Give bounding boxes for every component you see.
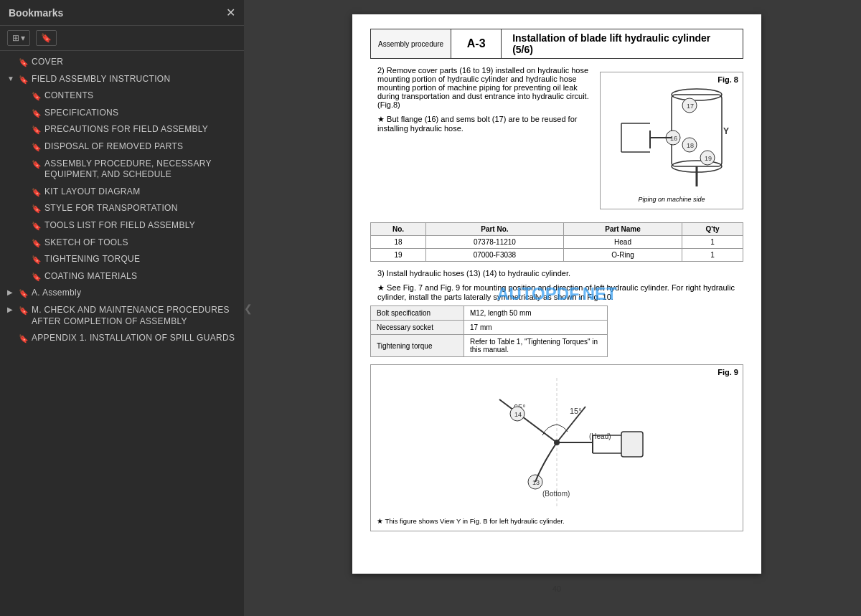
bookmark-item-coating[interactable]: 🔖 COATING MATERIALS <box>0 268 244 285</box>
bookmark-item-cover[interactable]: 🔖 COVER <box>0 54 244 71</box>
expand-placeholder <box>7 333 17 342</box>
dropdown-arrow-icon: ▾ <box>21 33 25 43</box>
bookmark-label-precautions: PRECAUTIONS FOR FIELD ASSEMBLY <box>44 124 238 136</box>
resize-handle[interactable]: ❮ <box>244 0 253 616</box>
page-badge: A-3 <box>451 29 502 58</box>
section-label: Assembly procedure <box>371 29 451 58</box>
table-row: 1807378-11210Head1 <box>371 236 743 249</box>
bookmark-add-button[interactable]: 🔖 <box>36 30 57 46</box>
expand-placeholder <box>20 108 30 117</box>
bookmark-label-appendix: APPENDIX 1. INSTALLATION OF SPILL GUARDS <box>32 333 238 344</box>
expand-placeholder <box>20 203 30 212</box>
bookmark-label-contents: CONTENTS <box>44 90 238 102</box>
bookmark-label-check-maintenance: M. CHECK AND MAINTENANCE PROCEDURES AFTE… <box>32 305 238 327</box>
bookmark-item-kit-layout[interactable]: 🔖 KIT LAYOUT DIAGRAM <box>0 184 244 201</box>
expand-placeholder <box>20 186 30 196</box>
figure-8-box: Fig. 8 Y <box>600 72 743 209</box>
col-header-partname: Part Name <box>563 223 682 236</box>
bookmark-label-tools-list: TOOLS LIST FOR FIELD ASSEMBLY <box>44 220 238 232</box>
bookmark-icon: 🔖 <box>32 221 42 231</box>
bookmark-item-contents[interactable]: 🔖 CONTENTS <box>0 87 244 105</box>
bookmark-label-disposal: DISPOSAL OF REMOVED PARTS <box>44 141 238 153</box>
col-header-no: No. <box>371 223 426 236</box>
bookmark-icon: 🔖 <box>19 57 29 67</box>
bookmark-item-assembly-procedure[interactable]: 🔖 ASSEMBLY PROCEDURE, NECESSARY EQUIPMEN… <box>0 156 244 184</box>
page-container[interactable]: Assembly procedure A-3 Installation of b… <box>253 0 861 616</box>
bookmark-label-tightening: TIGHTENING TORQUE <box>44 254 238 265</box>
expand-placeholder <box>20 90 30 100</box>
bookmark-label-field-assembly: FIELD ASSEMBLY INSTRUCTION <box>32 74 238 85</box>
expand-placeholder <box>20 220 30 229</box>
fig9-note: ★ This figure shows View Y in Fig. B for… <box>377 517 737 525</box>
fig8-label: Fig. 8 <box>718 75 738 84</box>
fig9-label: Fig. 9 <box>718 368 738 376</box>
step3-text: 3) Install hydraulic hoses (13) (14) to … <box>377 269 743 278</box>
table-row: Bolt specificationM12, length 50 mm <box>371 306 608 321</box>
bookmark-icon: 🔖 <box>19 75 29 85</box>
step2-content: Remove cover parts (16 to 19) installed … <box>377 66 589 109</box>
main-content: Assembly procedure A-3 Installation of b… <box>253 0 861 616</box>
page-header: Assembly procedure A-3 Installation of b… <box>370 29 743 59</box>
bookmark-icon: 🔖 <box>32 187 42 197</box>
bookmark-icon: 🔖 <box>32 204 42 214</box>
fig9-content: 65° 15° (Bottom) (Head) 14 13 <box>377 371 737 514</box>
document-page: Assembly procedure A-3 Installation of b… <box>352 14 761 574</box>
bookmark-label-coating: COATING MATERIALS <box>44 271 238 283</box>
expand-placeholder <box>20 271 30 280</box>
table-row: Necessary socket17 mm <box>371 321 608 335</box>
expand-placeholder <box>20 124 30 133</box>
expand-placeholder <box>7 57 17 66</box>
bookmark-item-check-maintenance[interactable]: ▶ 🔖 M. CHECK AND MAINTENANCE PROCEDURES … <box>0 302 244 330</box>
star-note-2: See Fig. 7 and Fig. 9 for mounting posit… <box>377 283 743 301</box>
bookmark-icon: 🔖 <box>32 125 42 135</box>
sidebar-toolbar: ⊞ ▾ 🔖 <box>0 26 244 51</box>
bookmark-icon: 🔖 <box>32 142 42 152</box>
expand-icon-field-assembly[interactable]: ▼ <box>7 74 17 83</box>
sidebar-header: Bookmarks ✕ <box>0 0 244 26</box>
bookmark-item-tools-list[interactable]: 🔖 TOOLS LIST FOR FIELD ASSEMBLY <box>0 217 244 234</box>
bookmark-icon: 🔖 <box>19 288 29 298</box>
spec-table: Bolt specificationM12, length 50 mmNeces… <box>370 305 608 357</box>
bookmark-item-sketch-tools[interactable]: 🔖 SKETCH OF TOOLS <box>0 234 244 252</box>
step2-number: 2) <box>377 66 387 75</box>
svg-text:18: 18 <box>687 142 694 149</box>
bookmark-item-tightening[interactable]: 🔖 TIGHTENING TORQUE <box>0 251 244 268</box>
parts-table: No. Part No. Part Name Q'ty 1807378-1121… <box>370 222 743 262</box>
page-number: 40 <box>552 584 561 593</box>
table-row: Tightening torqueRefer to Table 1, "Tigh… <box>371 335 608 357</box>
fig8-diagram: Y 17 16 18 19 <box>606 78 737 193</box>
expand-placeholder <box>20 237 30 247</box>
col-header-qty: Q'ty <box>682 223 743 236</box>
bookmark-label-assembly-procedure: ASSEMBLY PROCEDURE, NECESSARY EQUIPMENT,… <box>44 158 238 181</box>
bookmark-label-specifications: SPECIFICATIONS <box>44 108 238 119</box>
bookmark-item-precautions[interactable]: 🔖 PRECAUTIONS FOR FIELD ASSEMBLY <box>0 121 244 138</box>
bookmark-item-assembly[interactable]: ▶ 🔖 A. Assembly <box>0 285 244 302</box>
bookmark-item-style-transport[interactable]: 🔖 STYLE FOR TRANSPORTATION <box>0 200 244 217</box>
bookmark-item-field-assembly[interactable]: ▼ 🔖 FIELD ASSEMBLY INSTRUCTION <box>0 71 244 88</box>
bookmark-label-style-transport: STYLE FOR TRANSPORTATION <box>44 203 238 214</box>
svg-text:14: 14 <box>514 411 522 418</box>
svg-text:17: 17 <box>687 103 694 110</box>
sidebar-title: Bookmarks <box>9 7 63 19</box>
close-button[interactable]: ✕ <box>226 6 235 19</box>
fig9-svg: 65° 15° (Bottom) (Head) 14 13 <box>377 371 737 514</box>
expand-icon-check[interactable]: ▶ <box>7 305 17 314</box>
bookmark-icon: 🔖 <box>19 305 29 316</box>
bookmark-icon: 🔖 <box>32 159 42 169</box>
bookmark-item-appendix[interactable]: 🔖 APPENDIX 1. INSTALLATION OF SPILL GUAR… <box>0 330 244 347</box>
bookmark-add-icon: 🔖 <box>41 33 52 43</box>
bookmark-label-kit-layout: KIT LAYOUT DIAGRAM <box>44 186 238 198</box>
bookmark-item-disposal[interactable]: 🔖 DISPOSAL OF REMOVED PARTS <box>0 138 244 156</box>
step3-content: 3) Install hydraulic hoses (13) (14) to … <box>377 269 570 278</box>
bookmark-icon: 🔖 <box>32 91 42 101</box>
fig8-svg: Y 17 16 18 19 <box>607 80 736 191</box>
expand-icon-assembly[interactable]: ▶ <box>7 288 17 297</box>
page-title: Installation of blade lift hydraulic cyl… <box>502 29 743 58</box>
view-toggle-button[interactable]: ⊞ ▾ <box>7 30 30 46</box>
bookmark-icon: 🔖 <box>19 333 29 343</box>
svg-line-19 <box>499 399 557 442</box>
bookmark-label-cover: COVER <box>32 57 238 68</box>
grid-icon: ⊞ <box>12 33 19 43</box>
bookmark-icon: 🔖 <box>32 108 42 118</box>
bookmark-item-specifications[interactable]: 🔖 SPECIFICATIONS <box>0 105 244 122</box>
